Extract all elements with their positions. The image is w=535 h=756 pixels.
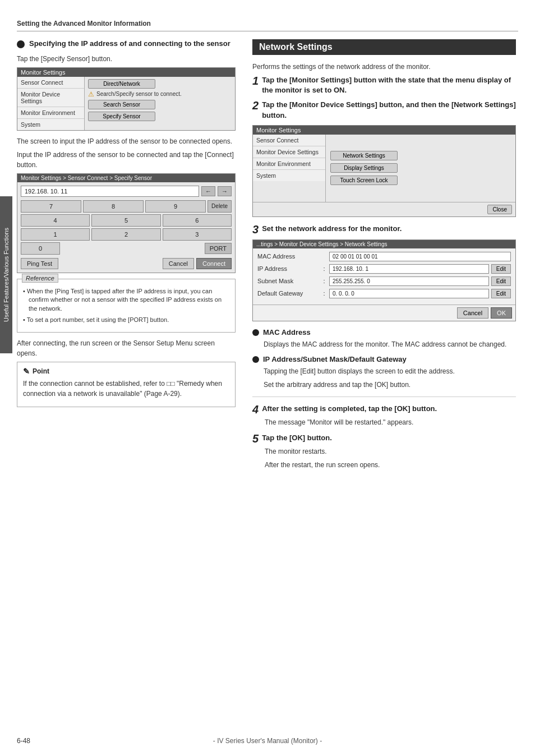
direct-network-button[interactable]: Direct/Network <box>88 79 155 89</box>
right-column: Network Settings Performs the settings o… <box>252 39 516 473</box>
mac-sub-title: MAC Address <box>263 328 311 336</box>
step-1-text: Tap the [Monitor Settings] button with t… <box>262 75 516 95</box>
net-ui-2-body: Sensor Connect Monitor Device Settings M… <box>253 135 515 202</box>
bullet-icon <box>17 40 25 48</box>
display-settings-button[interactable]: Display Settings <box>330 163 398 173</box>
network-settings-title: Network Settings <box>252 39 516 55</box>
point-icon: ✎ <box>23 367 30 376</box>
touch-screen-lock-button[interactable]: Touch Screen Lock <box>330 176 398 185</box>
keypad-title: Monitor Settings > Sensor Connect > Spec… <box>17 174 235 182</box>
cancel-button[interactable]: Cancel <box>163 258 194 269</box>
reference-label: Reference <box>22 274 58 283</box>
step-1: 1 Tap the [Monitor Settings] button with… <box>252 75 516 95</box>
search-sensor-button[interactable]: Search Sensor <box>88 100 155 109</box>
ui-row-monitor-env: Monitor Environment <box>17 107 84 119</box>
step-5-number: 5 <box>252 433 259 444</box>
specify-sensor-button[interactable]: Specify Sensor <box>88 112 155 121</box>
ip-label: IP Address <box>257 265 319 272</box>
step-4: 4 After the setting is completed, tap th… <box>252 404 516 415</box>
keypad-body: 192.168. 10. 11 ← → 7 8 9 Delete 4 5 6 1… <box>17 182 235 273</box>
ui-row-system: System <box>17 119 84 130</box>
mac-value: 02 00 01 01 00 01 <box>329 252 511 261</box>
text3: After connecting, the run screen or the … <box>17 338 236 358</box>
page-center: - IV Series User's Manual (Monitor) - <box>213 737 322 745</box>
keypad-row-1: 7 8 9 Delete <box>21 200 232 213</box>
intro-text: Tap the [Specify Sensor] button. <box>17 54 236 64</box>
net-addr-footer: Cancel OK <box>253 305 515 321</box>
step-5-subtext2: After the restart, the run screen opens. <box>252 460 516 470</box>
ip-subsection: IP Address/Subnet Mask/Default Gateway T… <box>252 355 516 390</box>
ping-test-button[interactable]: Ping Test <box>21 258 58 269</box>
arrow-right[interactable]: → <box>218 186 232 196</box>
point-text: If the connection cannot be established,… <box>23 379 229 399</box>
mac-address-row: MAC Address 02 00 01 01 00 01 <box>257 252 511 261</box>
key-2[interactable]: 2 <box>91 228 160 241</box>
key-delete[interactable]: Delete <box>207 200 232 213</box>
key-1[interactable]: 1 <box>21 228 90 241</box>
subnet-value: 255.255.255. 0 <box>329 276 489 286</box>
ip-sub-text1: Tapping the [Edit] button displays the s… <box>252 366 516 376</box>
ip-colon: : <box>321 265 327 272</box>
point-label: ✎ Point <box>23 367 229 376</box>
ip-sub-heading: IP Address/Subnet Mask/Default Gateway <box>252 355 516 363</box>
point-title: Point <box>33 367 49 375</box>
left-column: Specifying the IP address of and connect… <box>17 39 236 413</box>
step-5-subtext1: The monitor restarts. <box>252 446 516 457</box>
net-ui-2-footer: Close <box>253 202 515 216</box>
connect-button[interactable]: Connect <box>196 258 232 269</box>
ref-item-1: • When the [Ping Test] is tapped after t… <box>23 287 229 313</box>
monitor-ui-1-title: Monitor Settings <box>17 68 235 77</box>
net-ui-row-system: System <box>253 170 325 181</box>
step-4-text: After the setting is completed, tap the … <box>262 404 437 414</box>
net-addr-title: ...tings > Monitor Device Settings > Net… <box>253 240 515 248</box>
reference-content: • When the [Ping Test] is tapped after t… <box>23 287 229 325</box>
key-4[interactable]: 4 <box>21 214 90 227</box>
gateway-edit-button[interactable]: Edit <box>491 289 511 298</box>
mac-bullet <box>252 329 259 336</box>
key-3[interactable]: 3 <box>163 228 232 241</box>
sidebar-tab: Useful Features/Various Functions <box>0 196 12 353</box>
sensor-section-heading: Specifying the IP address of and connect… <box>17 39 236 48</box>
ip-edit-button[interactable]: Edit <box>491 264 511 274</box>
key-7[interactable]: 7 <box>21 200 81 213</box>
divider <box>252 397 516 397</box>
keypad-zero-port-row: 0 PORT <box>21 242 232 255</box>
addr-ok-button[interactable]: OK <box>491 307 512 319</box>
network-settings-button[interactable]: Network Settings <box>330 151 398 160</box>
ref-item-2: • To set a port number, set it using the… <box>23 316 229 324</box>
mac-sub-text: Displays the MAC address for the monitor… <box>252 339 516 349</box>
close-button[interactable]: Close <box>487 205 512 214</box>
action-buttons: Cancel Connect <box>163 258 232 269</box>
ip-input[interactable]: 192.168. 10. 11 <box>21 186 199 197</box>
step-2: 2 Tap the [Monitor Device Settings] butt… <box>252 100 516 120</box>
port-button[interactable]: PORT <box>205 243 232 254</box>
network-intro: Performs the settings of the network add… <box>252 62 516 72</box>
ip-sub-text2: Set the arbitrary address and tap the [O… <box>252 380 516 390</box>
net-settings-ui-2: Monitor Settings Sensor Connect Monitor … <box>252 125 516 217</box>
key-5[interactable]: 5 <box>91 214 160 227</box>
key-9[interactable]: 9 <box>145 200 206 213</box>
subnet-colon: : <box>321 278 327 284</box>
subnet-edit-button[interactable]: Edit <box>491 276 511 286</box>
monitor-ui-1-left: Sensor Connect Monitor Device Settings M… <box>17 77 85 130</box>
net-ui-2-title: Monitor Settings <box>253 126 515 135</box>
addr-cancel-button[interactable]: Cancel <box>457 307 488 319</box>
gateway-row: Default Gateway : 0. 0. 0. 0 Edit <box>257 289 511 298</box>
step-3-number: 3 <box>252 224 259 235</box>
key-0[interactable]: 0 <box>21 242 60 255</box>
key-8[interactable]: 8 <box>83 200 144 213</box>
ip-address-row: IP Address : 192.168. 10. 1 Edit <box>257 264 511 274</box>
reference-box: Reference • When the [Ping Test] is tapp… <box>17 279 236 333</box>
sensor-heading-text: Specifying the IP address of and connect… <box>29 39 230 48</box>
sidebar-label: Useful Features/Various Functions <box>2 228 10 322</box>
point-box: ✎ Point If the connection cannot be esta… <box>17 362 236 407</box>
step-5-text: Tap the [OK] button. <box>262 433 332 443</box>
monitor-ui-1: Monitor Settings Sensor Connect Monitor … <box>17 67 236 131</box>
subnet-label: Subnet Mask <box>257 278 319 284</box>
step-3-text: Set the network address for the monitor. <box>262 224 402 234</box>
step-4-number: 4 <box>252 404 259 415</box>
ip-value: 192.168. 10. 1 <box>329 264 489 274</box>
key-6[interactable]: 6 <box>163 214 232 227</box>
arrow-left[interactable]: ← <box>201 186 215 196</box>
gateway-label: Default Gateway <box>257 290 319 297</box>
